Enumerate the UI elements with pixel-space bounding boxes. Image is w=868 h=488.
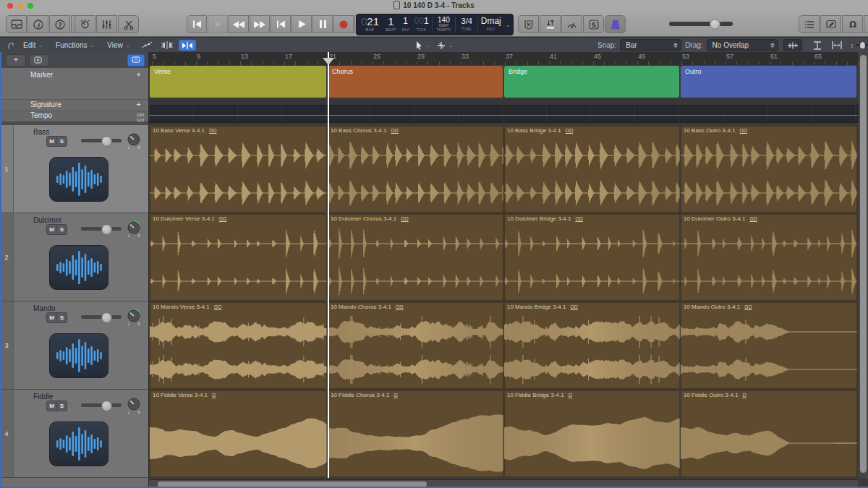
- stop-button[interactable]: [271, 15, 291, 33]
- automation-button[interactable]: [138, 40, 156, 51]
- mixer-button[interactable]: [96, 15, 117, 33]
- add-marker-button[interactable]: +: [137, 70, 141, 79]
- track-volume-slider[interactable]: [81, 227, 122, 231]
- track-name[interactable]: Fiddle: [33, 393, 53, 401]
- region-fiddle-outro[interactable]: 10 Fiddle Outro 3-4.1Ω: [681, 390, 857, 477]
- lcd-options-chevron-icon[interactable]: ⌄: [503, 22, 513, 28]
- arrangement-marker-verse[interactable]: Verse: [150, 66, 326, 98]
- tuner-button[interactable]: [561, 15, 582, 33]
- solo-button[interactable]: S: [57, 137, 67, 146]
- snap-dropdown[interactable]: Bar: [620, 39, 681, 51]
- solo-button[interactable]: S: [57, 401, 67, 411]
- add-track-button[interactable]: +: [6, 54, 26, 67]
- solo-button[interactable]: S: [583, 15, 604, 33]
- duplicate-track-button[interactable]: [29, 54, 49, 67]
- vscroll-thumb[interactable]: [860, 55, 867, 473]
- pan-knob[interactable]: LR: [126, 132, 142, 150]
- region-dulcimer-verse[interactable]: 10 Dulcimer Verse 3-4.1ΩΩ: [150, 214, 327, 301]
- command-click-tool-menu[interactable]: ⌄: [435, 41, 454, 50]
- mute-button[interactable]: M: [47, 225, 57, 234]
- track-header-fiddle[interactable]: 4FiddleMSLR: [0, 390, 148, 478]
- inspector-button[interactable]: i: [27, 15, 48, 33]
- track-name[interactable]: Dulcimer: [33, 216, 61, 224]
- library-button[interactable]: [6, 15, 27, 33]
- track-header-bass[interactable]: 1BassMSLR: [0, 125, 148, 213]
- apple-loops-button[interactable]: Ω: [842, 15, 863, 33]
- pan-knob[interactable]: LR: [126, 396, 142, 415]
- pan-knob[interactable]: LR: [126, 220, 142, 239]
- vertical-zoom-slider[interactable]: ↕: [851, 42, 868, 49]
- playhead[interactable]: [328, 52, 329, 478]
- metronome-button[interactable]: [605, 15, 626, 33]
- track-volume-slider[interactable]: [81, 139, 122, 142]
- track-volume-slider[interactable]: [81, 315, 122, 319]
- region-bass-outro[interactable]: 10 Bass Outro 3-4.1ΩΩ: [681, 126, 857, 213]
- region-bass-chorus[interactable]: 10 Bass Chorus 3-4.1ΩΩ: [328, 126, 503, 213]
- left-click-tool-menu[interactable]: ⌄: [414, 41, 431, 50]
- region-mando-chorus[interactable]: 10 Mando Chorus 3-4.1ΩΩ: [328, 302, 503, 389]
- pause-button[interactable]: [312, 15, 333, 33]
- mute-button[interactable]: M: [47, 313, 57, 322]
- track-name[interactable]: Bass: [33, 128, 49, 136]
- add-signature-button[interactable]: +: [137, 100, 141, 108]
- solo-button[interactable]: S: [57, 313, 67, 322]
- waveform-zoom-button[interactable]: [783, 39, 802, 51]
- region-mando-verse[interactable]: 10 Mando Verse 3-4.1ΩΩ: [150, 302, 327, 389]
- volume-thumb[interactable]: [710, 19, 720, 30]
- volume-thumb[interactable]: [101, 136, 112, 147]
- browsers-button[interactable]: [864, 15, 868, 33]
- region-mando-outro[interactable]: 10 Mando Outro 3-4.1ΩΩ: [681, 302, 857, 389]
- quick-help-button[interactable]: ?: [49, 15, 70, 33]
- track-icon[interactable]: [49, 421, 109, 466]
- master-volume-slider[interactable]: [669, 20, 733, 27]
- global-tracks-toggle-button[interactable]: [127, 54, 145, 67]
- note-pads-button[interactable]: [820, 15, 841, 33]
- track-header-dulcimer[interactable]: 2DulcimerMSLR: [0, 213, 148, 301]
- track-name[interactable]: Mando: [33, 304, 56, 312]
- region-bass-bridge[interactable]: 10 Bass Bridge 3-4.1ΩΩ: [504, 126, 680, 213]
- tempo-lane[interactable]: [149, 105, 868, 123]
- play-button[interactable]: [292, 15, 312, 33]
- track-icon[interactable]: [49, 157, 109, 202]
- vzoom-thumb[interactable]: [860, 42, 865, 48]
- track-icon[interactable]: [49, 333, 109, 378]
- arrangement-marker-chorus[interactable]: Chorus: [328, 66, 503, 98]
- track-header-mando[interactable]: 3MandoMSLR: [0, 301, 148, 390]
- region-bass-verse[interactable]: 10 Bass Verse 3-4.1ΩΩ: [150, 126, 327, 213]
- vertical-scrollbar[interactable]: [859, 52, 868, 478]
- smart-controls-button[interactable]: [75, 15, 95, 33]
- arrangement-marker-bridge[interactable]: Bridge: [504, 66, 679, 98]
- playhead-handle[interactable]: [323, 58, 334, 65]
- track-volume-slider[interactable]: [81, 403, 122, 407]
- volume-thumb[interactable]: [101, 401, 112, 411]
- edit-menu[interactable]: Edit⌄: [17, 38, 49, 53]
- rewind-button[interactable]: [229, 15, 249, 33]
- auto-track-zoom-button[interactable]: [809, 40, 826, 51]
- solo-button[interactable]: S: [57, 225, 67, 234]
- region-dulcimer-bridge[interactable]: 10 Dulcimer Bridge 3-4.1ΩΩ: [504, 214, 680, 301]
- mute-button[interactable]: M: [47, 137, 57, 146]
- pan-knob[interactable]: LR: [126, 308, 142, 327]
- global-track-tempo[interactable]: Tempo 160120: [0, 111, 148, 122]
- region-dulcimer-chorus[interactable]: 10 Dulcimer Chorus 3-4.1ΩΩ: [328, 214, 503, 301]
- list-editors-button[interactable]: [799, 15, 820, 33]
- region-fiddle-verse[interactable]: 10 Fiddle Verse 3-4.1Ω: [150, 390, 327, 477]
- autopunch-button[interactable]: [518, 15, 539, 33]
- functions-menu[interactable]: Functions⌄: [49, 38, 101, 53]
- region-fiddle-chorus[interactable]: 10 Fiddle Chorus 3-4.1Ω: [328, 390, 503, 477]
- tempo-curve[interactable]: [149, 115, 858, 116]
- arrangement-marker-outro[interactable]: Outro: [681, 66, 856, 98]
- zoom-to-fit-button[interactable]: [828, 40, 846, 51]
- view-menu[interactable]: View⌄: [101, 38, 136, 53]
- go-to-beginning-button[interactable]: [187, 15, 207, 33]
- region-dulcimer-outro[interactable]: 10 Dulcimer Outro 3-4.1ΩΩ: [681, 214, 857, 301]
- play-from-selection-button[interactable]: [208, 15, 228, 33]
- punch-button[interactable]: [540, 15, 561, 33]
- mute-button[interactable]: M: [47, 401, 57, 411]
- lcd-display[interactable]: 021 BAR 1 BEAT 1 DIV 001 TICK 140: [356, 14, 514, 35]
- tool-hook-icon[interactable]: [0, 38, 17, 53]
- region-mando-bridge[interactable]: 10 Mando Bridge 3-4.1ΩΩ: [504, 302, 680, 389]
- editors-button[interactable]: [118, 15, 139, 33]
- flex-button[interactable]: [158, 40, 176, 51]
- volume-thumb[interactable]: [101, 224, 112, 235]
